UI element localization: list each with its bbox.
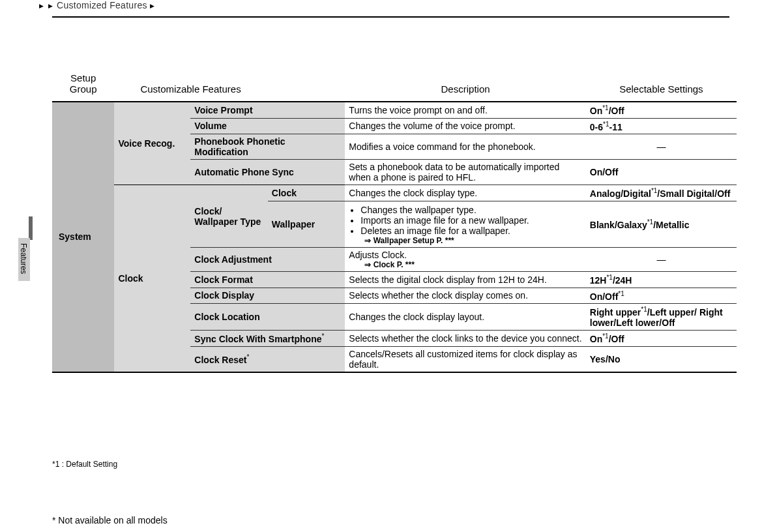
wp-bullet-1: Changes the wallpaper type.	[360, 205, 581, 215]
desc-clock-display: Selects whether the clock display comes …	[345, 288, 585, 304]
feat-voice-prompt: Voice Prompt	[190, 102, 345, 118]
footnote-models: * Not available on all models	[52, 515, 168, 525]
th-features: Customizable Features	[114, 68, 345, 102]
th-group: Setup Group	[52, 68, 114, 102]
th-settings: Selectable Settings	[586, 68, 737, 102]
feat-clock-location: Clock Location	[190, 304, 345, 331]
desc-sync-smartphone: Selects whether the clock links to the d…	[345, 330, 585, 346]
desc-clock-adj: Adjusts Clock. ⇒ Clock P. ***	[345, 247, 585, 271]
desc-clock-location: Changes the clock display layout.	[345, 304, 585, 331]
desc-voice-prompt: Turns the voice prompt on and off.	[345, 102, 585, 118]
breadcrumb: ▶ ▶ Customized Features ▶	[39, 0, 156, 10]
feat-auto-sync: Automatic Phone Sync	[190, 160, 345, 185]
feat-sync-smartphone: Sync Clock With Smartphone*	[190, 330, 345, 346]
feat-clock-display: Clock Display	[190, 288, 345, 304]
breadcrumb-title: Customized Features	[57, 0, 147, 10]
breadcrumb-marker-2: ▶	[48, 3, 53, 9]
desc-auto-sync: Sets a phonebook data to be automaticall…	[345, 160, 585, 185]
clock-adj-text: Adjusts Clock.	[349, 250, 407, 260]
desc-clock-reset: Cancels/Resets all customized items for …	[345, 346, 585, 372]
desc-volume: Changes the volume of the voice prompt.	[345, 118, 585, 134]
feat-volume: Volume	[190, 118, 345, 134]
sett-sync-smartphone: On*1/Off	[586, 330, 737, 346]
sett-pb-phonetic: —	[586, 134, 737, 160]
breadcrumb-marker-1: ▶	[39, 3, 44, 9]
sett-auto-sync: On/Off	[586, 160, 737, 185]
desc-clock-format: Selects the digital clock display from 1…	[345, 271, 585, 288]
sett-clock-display: On/Off*1	[586, 288, 737, 304]
feat-clock-reset: Clock Reset*	[190, 346, 345, 372]
subgroup-clock-wp: Clock/ Wallpaper Type	[190, 185, 268, 248]
sett-clock-reset: Yes/No	[586, 346, 737, 372]
footnote-default: *1 : Default Setting	[52, 460, 117, 469]
wp-bullet-3: Deletes an image file for a wallpaper.	[360, 226, 581, 236]
wp-bullet-2: Imports an image file for a new wallpape…	[360, 215, 581, 226]
settings-table: Setup Group Customizable Features Descri…	[52, 68, 737, 373]
group-cell: System	[52, 102, 114, 372]
feat-pb-phonetic: Phonebook Phonetic Modification	[190, 134, 345, 160]
sett-clock-format: 12H*1/24H	[586, 271, 737, 288]
subgroup-voice: Voice Recog.	[114, 102, 190, 185]
desc-clock-type: Changes the clock display type.	[345, 185, 585, 201]
sett-volume: 0-6*1-11	[586, 118, 737, 134]
feat-clock-adj: Clock Adjustment	[190, 247, 345, 271]
sett-voice-prompt: On*1/Off	[586, 102, 737, 118]
feat-wallpaper: Wallpaper	[268, 201, 345, 247]
header-divider	[52, 16, 729, 18]
clock-adj-ref: ⇒ Clock P. ***	[349, 260, 581, 269]
sett-clock-type: Analog/Digital*1/Small Digital/Off	[586, 185, 737, 201]
table-row: Clock Clock/ Wallpaper Type Clock Change…	[52, 185, 737, 201]
side-tab-bar	[29, 216, 33, 240]
sett-clock-adj: —	[586, 247, 737, 271]
side-tab-label: Features	[19, 243, 28, 274]
desc-pb-phonetic: Modifies a voice command for the phonebo…	[345, 134, 585, 160]
side-tab: Features	[18, 238, 30, 281]
breadcrumb-marker-3: ▶	[150, 3, 154, 9]
sett-clock-location: Right upper*1/Left upper/ Right lower/Le…	[586, 304, 737, 331]
table-row: System Voice Recog. Voice Prompt Turns t…	[52, 102, 737, 118]
feat-clock-type: Clock	[268, 185, 345, 201]
wp-ref: ⇒ Wallpaper Setup P. ***	[349, 236, 581, 245]
subgroup-clock: Clock	[114, 185, 190, 372]
desc-wallpaper: Changes the wallpaper type. Imports an i…	[345, 201, 585, 247]
th-description: Description	[345, 68, 585, 102]
feat-clock-format: Clock Format	[190, 271, 345, 288]
sett-wallpaper: Blank/Galaxy*1/Metallic	[586, 201, 737, 247]
